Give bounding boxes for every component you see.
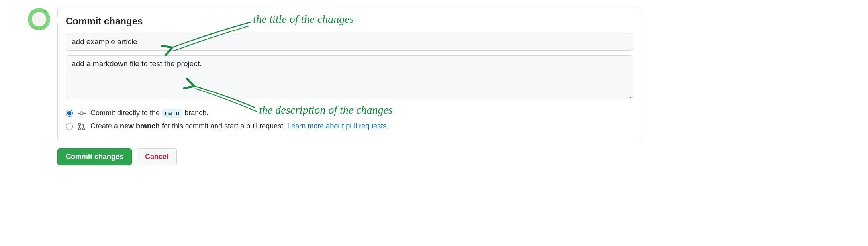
commit-direct-radio-row[interactable]: Commit directly to the main branch. — [66, 106, 633, 120]
git-commit-icon — [78, 109, 86, 117]
panel-title: Commit changes — [66, 16, 633, 27]
svg-point-3 — [79, 123, 81, 125]
create-branch-radio[interactable] — [66, 123, 73, 130]
commit-changes-button[interactable]: Commit changes — [57, 148, 132, 165]
branch-name-chip: main — [162, 109, 182, 118]
svg-point-5 — [83, 128, 85, 130]
commit-description-textarea[interactable] — [66, 55, 633, 99]
panel-caret — [53, 16, 58, 24]
svg-point-4 — [79, 128, 81, 130]
commit-direct-radio[interactable] — [66, 110, 73, 117]
commit-panel: Commit changes Commit directly to the ma… — [57, 8, 641, 140]
learn-more-link[interactable]: Learn more about pull requests. — [287, 122, 388, 130]
avatar — [28, 8, 50, 30]
create-branch-label: Create a new branch for this commit and … — [90, 122, 388, 130]
svg-point-0 — [80, 112, 83, 115]
git-pull-request-icon — [78, 122, 86, 130]
create-branch-radio-row[interactable]: Create a new branch for this commit and … — [66, 120, 633, 133]
cancel-button[interactable]: Cancel — [137, 148, 177, 165]
commit-direct-label: Commit directly to the main branch. — [90, 109, 208, 117]
commit-summary-input[interactable] — [66, 33, 633, 51]
